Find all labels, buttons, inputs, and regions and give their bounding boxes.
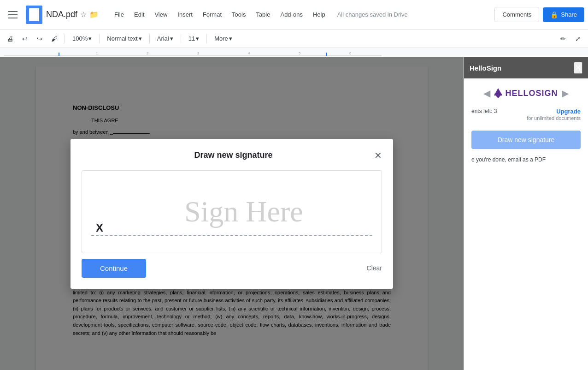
paintformat-btn[interactable]: 🖌 [48, 32, 61, 45]
doc-area: NON-DISCLOSURE AGREEMENT THIS AGREEMENT … [0, 57, 464, 370]
menu-edit[interactable]: Edit [129, 8, 149, 21]
divider3 [149, 34, 150, 43]
modal-title: Draw new signature [93, 150, 374, 160]
continue-button[interactable]: Continue [82, 259, 146, 278]
hs-upgrade-sub: for unlimited documents [527, 115, 581, 121]
hellosign-panel: HelloSign ✕ ◀ HELLOSIGN ▶ ents left: 3 U… [464, 57, 588, 370]
autosave-status: All changes saved in Drive [337, 11, 408, 18]
top-bar: NDA.pdf ☆ 📁 File Edit View Insert Format… [0, 0, 588, 30]
font-dropdown[interactable]: Arial ▾ [153, 33, 177, 44]
doc-title: NDA.pdf [46, 10, 77, 19]
hs-upgrade-link[interactable]: Upgrade [527, 108, 581, 115]
modal-actions: Continue Clear [82, 259, 382, 278]
sign-x-marker: X [96, 221, 103, 234]
chevron-down-icon: ▾ [196, 35, 199, 42]
sign-line [91, 235, 372, 236]
expand-btn[interactable]: ⤢ [571, 32, 584, 45]
hs-next-btn[interactable]: ▶ [562, 88, 569, 99]
undo-btn[interactable]: ↩ [18, 32, 31, 45]
zoom-dropdown[interactable]: 100% ▾ [69, 33, 95, 44]
hs-close-btn[interactable]: ✕ [574, 62, 582, 74]
chevron-down-icon: ▾ [139, 35, 142, 42]
chevron-down-icon: ▾ [229, 35, 232, 42]
svg-text:2: 2 [147, 51, 149, 55]
modal-close-btn[interactable]: ✕ [374, 150, 382, 161]
menu-format[interactable]: Format [198, 8, 226, 21]
divider2 [99, 34, 100, 43]
ruler: 1 2 3 4 5 6 [0, 48, 588, 57]
hs-header: HelloSign ✕ [464, 57, 588, 78]
menu-table[interactable]: Table [251, 8, 275, 21]
menu-insert[interactable]: Insert [173, 8, 197, 21]
main-area: NON-DISCLOSURE AGREEMENT THIS AGREEMENT … [0, 57, 588, 370]
style-dropdown[interactable]: Normal text ▾ [103, 33, 145, 44]
svg-text:6: 6 [349, 51, 352, 55]
more-dropdown[interactable]: More ▾ [211, 33, 236, 44]
hs-logo-text: HELLOSIGN [505, 89, 558, 98]
menu-tools[interactable]: Tools [227, 8, 250, 21]
divider4 [181, 34, 181, 43]
hamburger-menu[interactable] [4, 6, 22, 24]
doc-icon [26, 6, 42, 24]
hs-prev-btn[interactable]: ◀ [483, 88, 490, 99]
size-dropdown[interactable]: 11 ▾ [185, 33, 203, 44]
divider1 [65, 34, 65, 43]
menu-help[interactable]: Help [308, 8, 330, 21]
hs-hint: e you're done, email as a PDF [471, 156, 581, 163]
sign-here-watermark: Sign Here [184, 195, 303, 229]
share-button[interactable]: 🔒 Share [543, 7, 584, 22]
svg-text:1: 1 [96, 51, 98, 55]
lock-icon: 🔒 [550, 11, 558, 18]
clear-button[interactable]: Clear [367, 264, 382, 272]
hs-logo: HELLOSIGN [494, 88, 558, 98]
hs-draw-btn[interactable]: Draw new signature [471, 131, 581, 149]
signature-modal: Draw new signature ✕ Sign Here X Continu… [71, 139, 393, 289]
chevron-down-icon: ▾ [88, 35, 92, 42]
redo-btn[interactable]: ↪ [33, 32, 46, 45]
star-icon[interactable]: ☆ [80, 10, 87, 19]
hs-logo-area: ◀ HELLOSIGN ▶ [483, 88, 568, 99]
menu-file[interactable]: File [110, 8, 129, 21]
modal-overlay: Draw new signature ✕ Sign Here X Continu… [0, 57, 464, 370]
pen-btn[interactable]: ✏ [557, 32, 570, 45]
divider5 [206, 34, 207, 43]
ruler-svg: 1 2 3 4 5 6 [4, 49, 382, 56]
hs-docs-left: ents left: 3 [471, 108, 497, 114]
chevron-down-icon: ▾ [170, 35, 173, 42]
svg-text:4: 4 [248, 51, 250, 55]
menu-bar: File Edit View Insert Format Tools Table… [110, 8, 330, 21]
toolbar: 🖨 ↩ ↪ 🖌 100% ▾ Normal text ▾ Arial ▾ 11 … [0, 30, 588, 48]
hs-panel-title: HelloSign [470, 64, 501, 72]
comments-button[interactable]: Comments [494, 7, 539, 22]
menu-addons[interactable]: Add-ons [276, 8, 307, 21]
modal-header: Draw new signature ✕ [82, 150, 382, 161]
signature-canvas[interactable]: Sign Here X [82, 170, 382, 253]
print-btn[interactable]: 🖨 [4, 32, 17, 45]
doc-title-area: NDA.pdf ☆ 📁 [46, 10, 99, 19]
folder-icon[interactable]: 📁 [89, 10, 99, 19]
svg-text:5: 5 [299, 51, 301, 55]
hs-upgrade-row: ents left: 3 Upgrade for unlimited docum… [471, 108, 581, 121]
top-right-actions: Comments 🔒 Share [494, 7, 584, 22]
svg-text:3: 3 [197, 51, 200, 55]
menu-view[interactable]: View [150, 8, 172, 21]
